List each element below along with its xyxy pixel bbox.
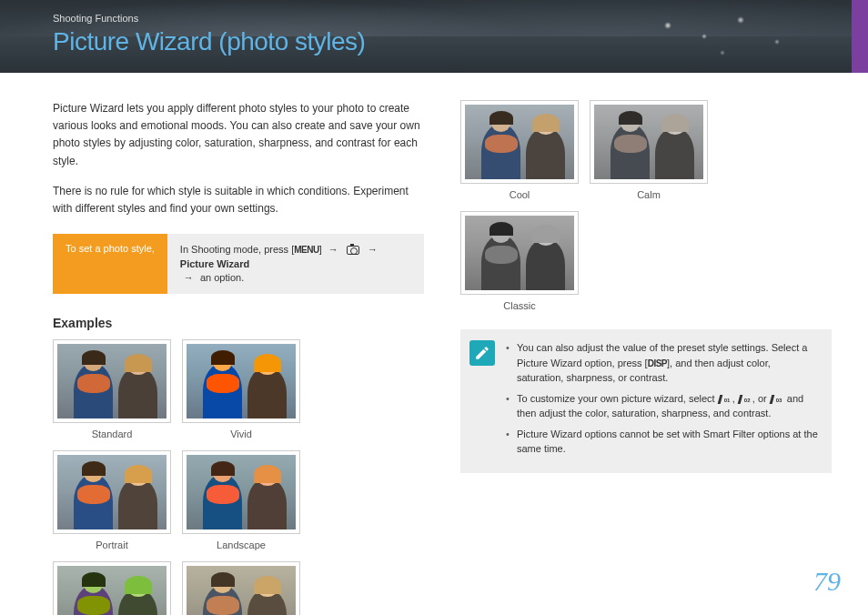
examples-grid-left: StandardVividPortraitLandscapeForestRetr… [53, 339, 424, 615]
arrow-icon: → [368, 244, 378, 255]
style-image-frame [460, 211, 579, 295]
style-image-frame [53, 339, 171, 423]
examples-grid-right: CoolCalmClassic [460, 100, 832, 311]
right-column: CoolCalmClassic You can also adjust the … [460, 100, 832, 615]
style-thumb: Vivid [182, 339, 300, 439]
style-image-frame [590, 100, 708, 184]
style-image-frame [182, 561, 300, 615]
instruction-mid1: ] [319, 244, 325, 255]
style-image [465, 216, 574, 290]
style-image [57, 455, 167, 529]
menu-key-icon: MENU [294, 245, 318, 255]
custom2-icon [739, 395, 752, 404]
camera-icon [347, 246, 359, 255]
style-label: Classic [460, 300, 579, 311]
intro-paragraph-1: Picture Wizard lets you apply different … [53, 100, 424, 170]
style-image-frame [53, 450, 171, 534]
instruction-row: To set a photo style, In Shooting mode, … [53, 234, 424, 294]
style-image-frame [182, 450, 300, 534]
note-item-3: Picture Wizard options cannot be set wit… [506, 427, 819, 457]
style-label: Vivid [182, 428, 300, 439]
disp-key-icon: DISP [648, 358, 667, 368]
breadcrumb: Shooting Functions [53, 13, 138, 24]
style-image [465, 105, 574, 179]
style-image [187, 344, 296, 418]
style-label: Landscape [182, 539, 300, 550]
style-image [594, 105, 703, 179]
note-box: You can also adjust the value of the pre… [460, 329, 832, 473]
note-pencil-icon [469, 340, 495, 366]
style-image-frame [53, 561, 171, 615]
style-label: Standard [53, 428, 171, 439]
style-image [57, 566, 167, 615]
style-label: Calm [590, 189, 708, 200]
style-image [187, 566, 296, 615]
note-item-2: To customize your own picture wizard, se… [506, 391, 819, 421]
style-image-frame [460, 100, 579, 184]
arrow-icon: → [184, 272, 194, 283]
style-image [187, 455, 296, 529]
style-label: Portrait [53, 539, 171, 550]
content-area: Picture Wizard lets you apply different … [0, 73, 868, 615]
style-label: Cool [460, 189, 579, 200]
custom3-icon [771, 395, 783, 404]
page-number: 79 [813, 566, 841, 597]
instruction-target: Picture Wizard [180, 258, 249, 269]
style-thumb: Forest [53, 561, 171, 615]
note-item-1: You can also adjust the value of the pre… [506, 340, 819, 386]
section-tab [852, 0, 868, 73]
instruction-suffix: an option. [197, 272, 244, 283]
style-thumb: Retro [182, 561, 300, 615]
style-thumb: Cool [460, 100, 579, 200]
left-column: Picture Wizard lets you apply different … [53, 100, 424, 615]
instruction-prefix: In Shooting mode, press [ [180, 244, 294, 255]
arrow-icon: → [328, 244, 338, 255]
style-thumb: Landscape [182, 450, 300, 550]
style-thumb: Classic [460, 211, 579, 311]
custom1-icon [719, 395, 732, 404]
style-thumb: Standard [53, 339, 171, 439]
style-thumb: Calm [590, 100, 708, 200]
style-image [57, 344, 167, 418]
style-image-frame [182, 339, 300, 423]
instruction-body: In Shooting mode, press [MENU] → → Pictu… [167, 234, 424, 294]
page-header: Shooting Functions Picture Wizard (photo… [0, 0, 868, 73]
page-title: Picture Wizard (photo styles) [53, 27, 365, 56]
style-thumb: Portrait [53, 450, 171, 550]
intro-paragraph-2: There is no rule for which style is suit… [53, 183, 424, 217]
examples-heading: Examples [53, 316, 424, 330]
instruction-label: To set a photo style, [53, 234, 167, 294]
